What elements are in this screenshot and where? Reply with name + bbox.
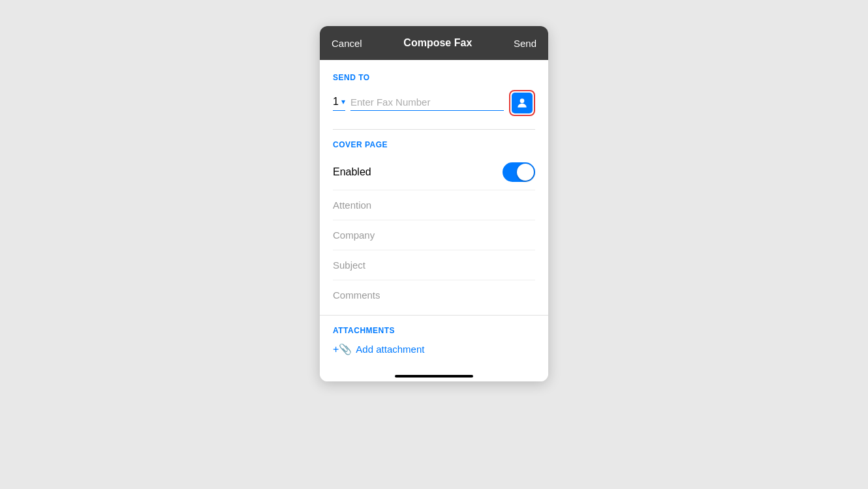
company-placeholder: Company <box>333 230 375 241</box>
cover-page-toggle[interactable] <box>503 162 535 182</box>
send-button[interactable]: Send <box>514 38 536 49</box>
svg-point-0 <box>520 98 525 103</box>
send-to-row: 1 ▾ <box>333 90 535 130</box>
cover-fields: Attention Company Subject Comments <box>333 190 535 310</box>
country-code-value: 1 <box>333 96 339 108</box>
attention-field[interactable]: Attention <box>333 190 535 220</box>
attachments-label: ATTACHMENTS <box>333 326 535 335</box>
bottom-bar <box>320 368 548 381</box>
fax-number-input[interactable] <box>350 95 504 111</box>
enabled-toggle-row: Enabled <box>333 157 535 190</box>
attachments-section: ATTACHMENTS +📎 Add attachment <box>320 315 548 368</box>
cover-page-label: COVER PAGE <box>333 140 535 149</box>
country-code-selector[interactable]: 1 ▾ <box>333 96 345 111</box>
send-to-section: SEND TO 1 ▾ <box>320 60 548 130</box>
send-to-label: SEND TO <box>333 73 535 82</box>
company-field[interactable]: Company <box>333 220 535 250</box>
cover-page-section: COVER PAGE Enabled Attention Company Sub… <box>320 130 548 310</box>
attachment-icon: +📎 <box>333 343 352 355</box>
comments-field[interactable]: Comments <box>333 280 535 310</box>
contact-picker-highlight <box>509 90 535 116</box>
top-bar: Cancel Compose Fax Send <box>320 26 548 60</box>
compose-fax-modal: Cancel Compose Fax Send SEND TO 1 ▾ <box>320 26 548 381</box>
chevron-down-icon: ▾ <box>341 97 345 106</box>
subject-field[interactable]: Subject <box>333 250 535 280</box>
modal-content: SEND TO 1 ▾ <box>320 60 548 368</box>
contact-icon <box>516 96 529 110</box>
enabled-label: Enabled <box>333 166 371 178</box>
add-attachment-label: Add attachment <box>356 344 424 355</box>
contact-picker-button[interactable] <box>512 93 533 113</box>
add-attachment-row[interactable]: +📎 Add attachment <box>333 343 535 355</box>
toggle-knob <box>517 164 534 181</box>
cancel-button[interactable]: Cancel <box>332 38 362 49</box>
comments-placeholder: Comments <box>333 289 380 301</box>
subject-placeholder: Subject <box>333 259 365 271</box>
attention-placeholder: Attention <box>333 200 371 211</box>
modal-title: Compose Fax <box>403 37 472 49</box>
home-indicator <box>395 375 473 378</box>
